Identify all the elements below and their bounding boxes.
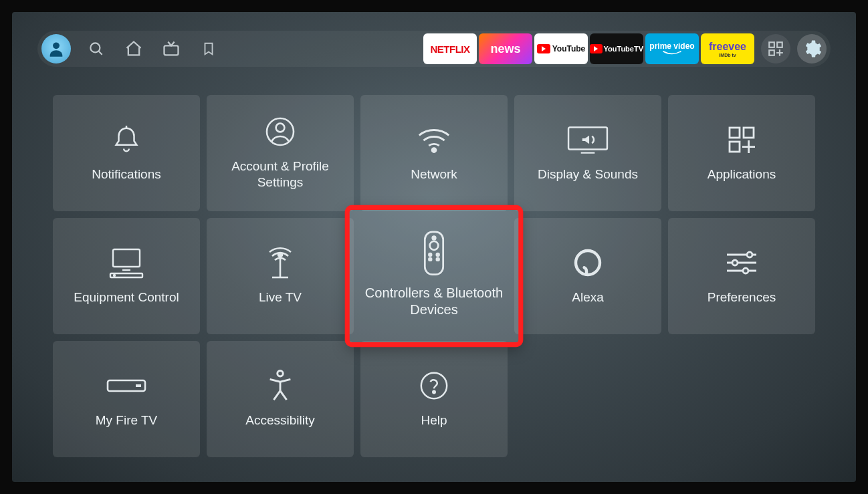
app-label: news [490,42,520,56]
equipment-icon [105,245,148,280]
tile-label: Network [411,166,457,182]
bookmark-icon [201,40,216,57]
tile-myfiretv[interactable]: My Fire TV [53,341,200,457]
tile-label: Notifications [92,166,161,182]
account-icon [259,114,302,149]
svg-point-41 [278,371,283,376]
live-button[interactable] [162,39,181,58]
tile-label: Live TV [259,289,302,305]
tile-help[interactable]: Help [360,341,508,457]
svg-point-43 [433,391,435,393]
tile-label: Alexa [572,289,604,305]
svg-point-38 [743,268,748,273]
tile-label: Controllers & Bluetooth Devices [356,285,511,318]
svg-rect-16 [744,128,754,138]
nav-icon-group [87,39,218,58]
all-apps-button[interactable] [761,34,790,64]
app-tile-primevideo[interactable]: prime video [645,33,699,64]
gear-icon [802,39,822,59]
tv-screen: NETFLIX news YouTube YouTubeTV prime vid… [12,12,856,482]
profile-button[interactable] [41,34,71,64]
svg-rect-20 [113,249,140,267]
top-nav-bar: NETFLIX news YouTube YouTubeTV prime vid… [37,31,831,67]
accessibility-icon [259,368,302,403]
app-label: NETFLIX [431,43,470,55]
bell-icon [105,122,148,157]
tile-account[interactable]: Account & Profile Settings [207,95,354,211]
svg-rect-6 [769,50,774,55]
tile-label: Equipment Control [74,289,179,305]
app-tile-youtubetv[interactable]: YouTubeTV [590,33,643,64]
svg-point-28 [429,253,431,256]
tile-controllers[interactable]: Controllers & Bluetooth Devices [347,207,521,344]
svg-rect-5 [777,42,782,47]
tv-antenna-icon [162,39,181,58]
tile-label: Accessibility [245,412,314,428]
app-label: YouTube [552,44,586,53]
youtube-play-icon [590,44,603,53]
tile-equipment[interactable]: Equipment Control [53,218,200,334]
tile-livetv[interactable]: Live TV [207,218,354,334]
tile-preferences[interactable]: Preferences [668,218,815,334]
tile-display[interactable]: Display & Sounds [514,95,661,211]
settings-grid: Notifications Account & Profile Settings [37,95,831,457]
svg-point-1 [90,43,100,52]
tile-label: Applications [708,166,776,182]
app-sublabel: IMDb tv [719,53,736,57]
applications-icon [720,122,763,157]
svg-point-0 [53,42,60,49]
app-tile-youtube[interactable]: YouTube [534,33,588,64]
app-tile-news[interactable]: news [479,33,532,64]
svg-point-34 [747,252,752,257]
svg-rect-17 [730,142,740,152]
svg-point-11 [276,124,285,132]
search-button[interactable] [87,39,106,58]
app-label: freevee [709,41,746,53]
tile-notifications[interactable]: Notifications [53,95,200,211]
svg-rect-40 [136,384,141,387]
home-icon [124,39,143,58]
antenna-icon [259,245,302,280]
svg-rect-15 [730,128,740,138]
wifi-icon [413,122,455,157]
bookmark-button[interactable] [199,39,218,58]
app-label: prime video [649,42,694,50]
display-sound-icon [566,122,609,157]
tile-network[interactable]: Network [360,95,508,211]
svg-point-30 [429,258,431,261]
tile-label: Help [421,412,447,428]
svg-point-27 [430,241,439,250]
tile-label: Account & Profile Settings [215,158,346,191]
svg-point-12 [432,148,436,152]
svg-point-42 [421,373,447,398]
app-tile-freevee[interactable]: freevee IMDb tv [701,33,754,64]
remote-icon [409,233,459,273]
tile-applications[interactable]: Applications [668,95,815,211]
svg-point-26 [433,236,436,239]
app-label: YouTubeTV [604,45,643,53]
tile-label: Display & Sounds [538,166,638,182]
tv-bezel: NETFLIX news YouTube YouTubeTV prime vid… [0,0,868,494]
svg-line-2 [98,51,102,54]
amazon-smile-icon [662,50,682,55]
tile-label: My Fire TV [96,412,158,428]
home-button[interactable] [124,39,143,58]
svg-point-31 [437,258,439,261]
youtube-play-icon [537,44,550,53]
help-icon [413,368,455,403]
svg-rect-4 [769,42,774,47]
tile-alexa[interactable]: Alexa [514,218,661,334]
tile-accessibility[interactable]: Accessibility [207,341,354,457]
sliders-icon [720,245,763,280]
profile-icon [47,39,66,58]
svg-rect-3 [165,45,179,55]
tile-label: Preferences [708,289,776,305]
svg-point-29 [437,253,439,256]
alexa-icon [566,245,609,280]
settings-button[interactable] [797,34,827,64]
device-box-icon [105,368,148,403]
search-icon [88,40,105,57]
apps-grid-icon [767,40,784,57]
app-tile-netflix[interactable]: NETFLIX [423,33,477,64]
app-shortcut-row: NETFLIX news YouTube YouTubeTV prime vid… [423,33,754,64]
